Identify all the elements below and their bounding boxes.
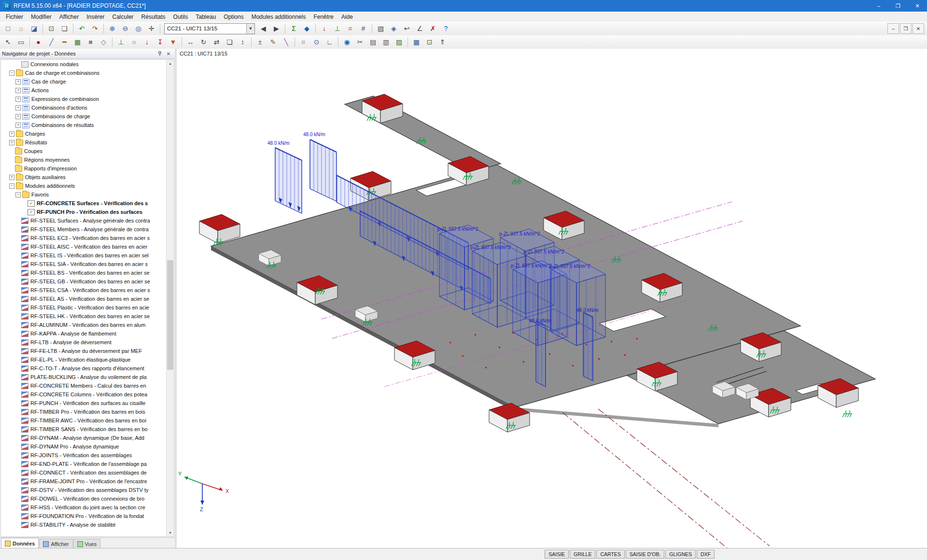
status-toggle-glignes[interactable]: GLIGNES — [665, 550, 696, 559]
show-loads-icon[interactable]: ↓ — [318, 23, 330, 35]
new-line-icon[interactable]: ╱ — [45, 36, 57, 48]
tree-item-rf-end-plate-v-rification-de-l-assem[interactable]: RF-END-PLATE - Vérification de l'assembl… — [1, 460, 167, 468]
tree-item-rf-concrete-columns-v-rification-des[interactable]: RF-CONCRETE Columns - Vérification des p… — [1, 390, 167, 399]
expand-icon[interactable]: + — [9, 140, 14, 145]
previous-view-icon[interactable]: ↩ — [401, 23, 413, 35]
navigator-tab-afficher[interactable]: Afficher — [39, 539, 72, 548]
tree-item-rf-concrete-members-calcul-des-barre[interactable]: RF-CONCRETE Members - Calcul des barres … — [1, 381, 167, 390]
help-icon[interactable]: ? — [440, 23, 452, 35]
select-icon[interactable]: ↖ — [2, 36, 14, 48]
tree-item-modules-additionnels[interactable]: −Modules additionnels — [1, 182, 167, 190]
copy-icon[interactable]: ❏ — [58, 23, 70, 35]
results-icon[interactable]: ◆ — [301, 23, 313, 35]
tree-item-cas-de-charge-et-combinaisons[interactable]: −Cas de charge et combinaisons — [1, 69, 167, 77]
tree-item-rf-steel-sia-v-rification-des-barres[interactable]: RF-STEEL SIA - Vérification des barres e… — [1, 260, 167, 268]
expand-icon[interactable]: + — [15, 79, 21, 84]
tables-icon[interactable]: ▦ — [410, 36, 422, 48]
support-icon[interactable] — [843, 410, 852, 417]
tree-item-rf-steel-hk-v-rification-des-barres-[interactable]: RF-STEEL HK - Vérification des barres en… — [1, 312, 167, 321]
tree-item-rf-ltb-analyse-de-d-versement[interactable]: RF-LTB - Analyse de déversement — [1, 338, 167, 347]
isometric-view-icon[interactable]: ◈ — [388, 23, 400, 35]
navigator-tab-donn-es[interactable]: Données — [1, 538, 39, 548]
status-toggle-saisie-d-ob[interactable]: SAISIE D'OB. — [626, 550, 664, 559]
guideline-icon[interactable]: ╲ — [280, 36, 292, 48]
close-panel-icon[interactable]: ✕ — [164, 50, 173, 58]
new-solid-icon[interactable]: ■ — [84, 36, 97, 48]
model-viewport[interactable]: CC21 : UIC71 13/15 — [177, 49, 927, 548]
menu-aide[interactable]: Aide — [337, 13, 357, 21]
tree-item-actions[interactable]: +Actions — [1, 86, 167, 95]
tree-item-rf-el-pl-v-rification-lastique-plast[interactable]: RF-EL-PL - Vérification élastique-plasti… — [1, 355, 167, 364]
print-icon[interactable]: ⊡ — [45, 23, 57, 35]
chevron-down-icon[interactable]: ▼ — [246, 24, 254, 34]
tree-item-rf-joints-v-rification-des-assemblag[interactable]: RF-JOINTS - Vérification des assemblages — [1, 451, 167, 460]
expand-icon[interactable]: + — [9, 175, 14, 180]
expand-icon[interactable]: + — [15, 123, 21, 128]
tree-item-rf-timber-awc-v-rification-des-barre[interactable]: RF-TIMBER AWC - Vérification des barres … — [1, 416, 167, 425]
status-toggle-cartes[interactable]: CARTES — [596, 550, 624, 559]
tree-item-rf-punch-pro-v-rification-des-surfac[interactable]: ✓RF-PUNCH Pro - Vérification des surface… — [1, 208, 167, 216]
new-model-icon[interactable]: □ — [2, 23, 14, 35]
tree-scrollbar[interactable]: ▲ ▼ — [166, 60, 174, 536]
menu-calculer[interactable]: Calculer — [109, 13, 138, 21]
status-toggle-dxf[interactable]: DXF — [697, 550, 715, 559]
tree-item-expressions-de-combinaison[interactable]: +Expressions de combinaison — [1, 95, 167, 103]
tree-item-rf-steel-as-v-rification-des-barres-[interactable]: RF-STEEL AS - Vérification des barres en… — [1, 294, 167, 303]
load-box[interactable] — [551, 261, 605, 346]
tree-item-rf-steel-plastic-v-rification-des-ba[interactable]: RF-STEEL Plastic - Vérification des barr… — [1, 303, 167, 312]
export-icon[interactable]: ⇑ — [436, 36, 449, 48]
select-window-icon[interactable]: ▭ — [15, 36, 27, 48]
tree-item-rf-hss-v-rification-du-joint-avec-la[interactable]: RF-HSS - Vérification du joint avec la s… — [1, 503, 167, 512]
tree-item-rf-dowel-v-rification-des-connexions[interactable]: RF-DOWEL - Vérification des connexions d… — [1, 494, 167, 503]
tree-item-rf-punch-v-rification-des-surfaces-a[interactable]: RF-PUNCH - Vérification des surfaces au … — [1, 399, 167, 407]
menu-outils[interactable]: Outils — [169, 13, 192, 21]
tree-item-rf-connect-v-rification-des-assembla[interactable]: RF-CONNECT - Vérification des assemblage… — [1, 468, 167, 477]
load-case-combo[interactable]: CC21 - UIC71 13/15▼ — [164, 23, 255, 34]
show-supports-icon[interactable]: ⊥ — [331, 23, 343, 35]
mirror-icon[interactable]: ⇄ — [211, 36, 223, 48]
model-scene[interactable]: X Y Z — [177, 49, 927, 548]
expand-icon[interactable]: + — [9, 131, 14, 137]
numbering-icon[interactable]: # — [357, 23, 369, 35]
tree-item-rf-timber-sans-v-rification-des-barr[interactable]: RF-TIMBER SANS - Vérification des barres… — [1, 425, 167, 434]
minimize-button[interactable]: – — [869, 0, 888, 12]
tree-item-r-gions-moyennes[interactable]: Régions moyennes — [1, 155, 167, 164]
menu-tableau[interactable]: Tableau — [192, 13, 220, 21]
scale-icon[interactable]: ↕ — [237, 36, 249, 48]
member-load-icon[interactable]: ↧ — [154, 36, 166, 48]
tree-item-rf-steel-bs-v-rification-des-barres-[interactable]: RF-STEEL BS - Vérification des barres en… — [1, 268, 167, 277]
comment-icon[interactable]: ✎ — [267, 36, 279, 48]
zoom-all-icon[interactable]: ◎ — [132, 23, 144, 35]
tree-item-rf-concrete-surfaces-v-rification-de[interactable]: ✓RF-CONCRETE Surfaces - Vérification des… — [1, 199, 167, 208]
column[interactable] — [199, 214, 240, 243]
column[interactable] — [489, 403, 530, 432]
display-properties-icon[interactable]: ▤ — [367, 36, 379, 48]
tree-item-rapports-d-impression[interactable]: Rapports d'impression — [1, 164, 167, 173]
scrollbar-thumb[interactable] — [167, 260, 173, 370]
tree-item-rf-dstv-v-rification-des-assemblages[interactable]: RF-DSTV - Vérification des assemblages D… — [1, 486, 167, 494]
ortho-icon[interactable]: ∟ — [323, 36, 336, 48]
tree-item-combinaisons-de-charge[interactable]: +Combinaisons de charge — [1, 112, 167, 121]
color-scale-icon[interactable]: ▨ — [393, 36, 405, 48]
collapse-icon[interactable]: − — [9, 183, 14, 189]
expand-icon[interactable]: + — [15, 88, 21, 93]
dimension-icon[interactable]: ± — [254, 36, 266, 48]
printout-report-icon[interactable]: ⊡ — [423, 36, 435, 48]
menu-r-sultats[interactable]: Résultats — [138, 13, 169, 21]
undo-icon[interactable]: ↶ — [76, 23, 88, 35]
menu-fen-tre[interactable]: Fenêtre — [309, 13, 337, 21]
tree-item-rf-dynam-pro-analyse-dynamique[interactable]: RF-DYNAM Pro - Analyse dynamique — [1, 442, 167, 451]
expand-icon[interactable]: + — [15, 114, 21, 119]
menu-modules-additionnels[interactable]: Modules additionnels — [248, 13, 310, 21]
scroll-up-icon[interactable]: ▲ — [167, 60, 174, 67]
menu-ins-rer[interactable]: Insérer — [83, 13, 108, 21]
snap-icon[interactable]: ⊙ — [310, 36, 323, 48]
tree-item-coupes[interactable]: Coupes — [1, 147, 167, 155]
pin-icon[interactable] — [155, 50, 164, 58]
tree-item-combinaisons-d-actions[interactable]: +Combinaisons d'actions — [1, 103, 167, 112]
tree-item-connexions-nodales[interactable]: Connexions nodales — [1, 60, 167, 69]
navigator-tab-vues[interactable]: Vues — [73, 539, 101, 548]
pan-icon[interactable]: ✛ — [145, 23, 157, 35]
measure-icon[interactable]: ∠ — [414, 23, 426, 35]
tree-item-rf-kappa-analyse-de-flambement[interactable]: RF-KAPPA - Analyse de flambement — [1, 329, 167, 338]
